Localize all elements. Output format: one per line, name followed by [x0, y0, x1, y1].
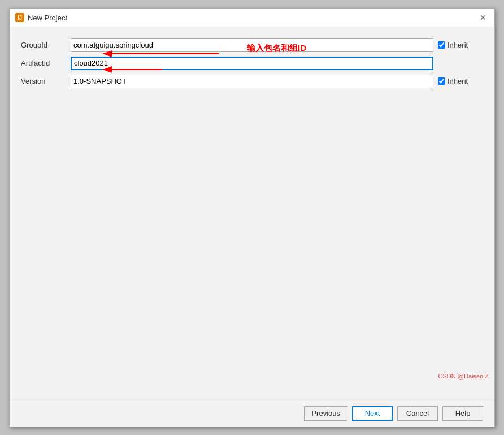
artifactid-label: ArtifactId	[21, 59, 66, 67]
watermark: CSDN @Daisen.Z	[438, 373, 489, 380]
version-inherit-label: Inherit	[447, 77, 468, 85]
version-row: Version Inherit	[21, 75, 483, 88]
help-button[interactable]: Help	[442, 406, 483, 421]
artifactid-row: ArtifactId	[21, 57, 483, 70]
groupid-label: GroupId	[21, 41, 66, 49]
cancel-button[interactable]: Cancel	[397, 406, 438, 421]
groupid-inherit: Inherit	[438, 41, 483, 49]
title-bar: IJ New Project ✕	[10, 9, 494, 27]
annotation-text: 输入包名和组ID	[247, 43, 306, 54]
version-label: Version	[21, 77, 66, 85]
window-title: New Project	[28, 14, 67, 22]
version-inherit: Inherit	[438, 77, 483, 85]
next-button[interactable]: Next	[352, 406, 393, 421]
previous-button[interactable]: Previous	[304, 406, 347, 421]
version-inherit-checkbox[interactable]	[438, 77, 445, 85]
app-icon: IJ	[15, 13, 24, 22]
close-button[interactable]: ✕	[477, 12, 489, 23]
groupid-inherit-label: Inherit	[447, 41, 468, 49]
dialog-window: IJ New Project ✕ GroupId Inherit Artifac…	[9, 8, 495, 427]
dialog-footer: Previous Next Cancel Help	[10, 400, 494, 427]
groupid-inherit-checkbox[interactable]	[438, 41, 445, 49]
title-bar-left: IJ New Project	[15, 13, 67, 22]
artifactid-input[interactable]	[71, 57, 433, 70]
app-icon-text: IJ	[18, 15, 22, 21]
version-input[interactable]	[71, 75, 433, 88]
dialog-content: GroupId Inherit ArtifactId Version	[10, 27, 494, 400]
